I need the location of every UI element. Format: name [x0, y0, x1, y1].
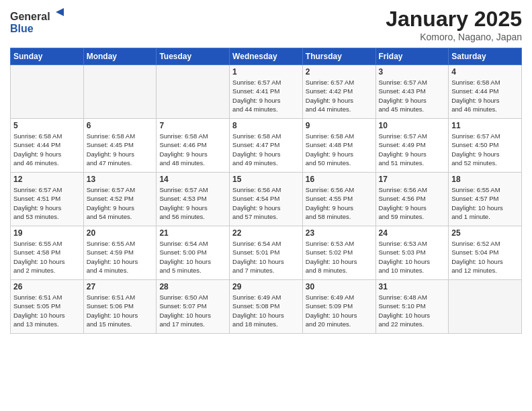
- title-block: January 2025 Komoro, Nagano, Japan: [386, 7, 522, 42]
- day-info: Sunrise: 6:57 AM Sunset: 4:49 PM Dayligh…: [379, 132, 446, 167]
- day-info: Sunrise: 6:58 AM Sunset: 4:47 PM Dayligh…: [232, 132, 300, 167]
- day-header-friday: Friday: [375, 48, 449, 65]
- calendar-cell: 27Sunrise: 6:51 AM Sunset: 5:06 PM Dayli…: [83, 280, 157, 334]
- day-info: Sunrise: 6:58 AM Sunset: 4:44 PM Dayligh…: [451, 78, 519, 113]
- logo-text: General Blue: [10, 7, 71, 40]
- day-info: Sunrise: 6:57 AM Sunset: 4:42 PM Dayligh…: [306, 78, 373, 113]
- day-header-saturday: Saturday: [449, 48, 522, 65]
- day-header-thursday: Thursday: [302, 48, 375, 65]
- day-info: Sunrise: 6:49 AM Sunset: 5:08 PM Dayligh…: [232, 293, 300, 328]
- calendar-cell: 28Sunrise: 6:50 AM Sunset: 5:07 PM Dayli…: [157, 280, 230, 334]
- day-number: 7: [159, 121, 226, 130]
- calendar-cell: 18Sunrise: 6:55 AM Sunset: 4:57 PM Dayli…: [449, 173, 522, 226]
- calendar-cell: [449, 280, 522, 334]
- day-number: 20: [87, 228, 154, 238]
- day-info: Sunrise: 6:58 AM Sunset: 4:45 PM Dayligh…: [87, 132, 154, 167]
- day-number: 9: [306, 121, 373, 130]
- day-info: Sunrise: 6:49 AM Sunset: 5:09 PM Dayligh…: [306, 293, 373, 328]
- calendar-cell: [11, 65, 84, 119]
- calendar-cell: 21Sunrise: 6:54 AM Sunset: 5:00 PM Dayli…: [157, 226, 230, 280]
- calendar-cell: 15Sunrise: 6:56 AM Sunset: 4:54 PM Dayli…: [230, 173, 303, 226]
- svg-text:General: General: [10, 11, 50, 22]
- calendar-cell: 14Sunrise: 6:57 AM Sunset: 4:53 PM Dayli…: [157, 173, 230, 226]
- day-number: 15: [232, 175, 300, 184]
- week-row-2: 12Sunrise: 6:57 AM Sunset: 4:51 PM Dayli…: [11, 173, 522, 226]
- calendar-cell: 31Sunrise: 6:48 AM Sunset: 5:10 PM Dayli…: [375, 280, 449, 334]
- day-number: 19: [13, 228, 81, 238]
- day-info: Sunrise: 6:48 AM Sunset: 5:10 PM Dayligh…: [379, 293, 446, 328]
- calendar-cell: 24Sunrise: 6:53 AM Sunset: 5:03 PM Dayli…: [375, 226, 449, 280]
- day-info: Sunrise: 6:52 AM Sunset: 5:04 PM Dayligh…: [451, 239, 519, 275]
- week-row-0: 1Sunrise: 6:57 AM Sunset: 4:41 PM Daylig…: [11, 65, 522, 119]
- logo: General Blue: [10, 7, 71, 40]
- day-header-wednesday: Wednesday: [230, 48, 303, 65]
- day-info: Sunrise: 6:57 AM Sunset: 4:52 PM Dayligh…: [87, 185, 154, 221]
- day-number: 1: [232, 67, 300, 77]
- day-info: Sunrise: 6:58 AM Sunset: 4:46 PM Dayligh…: [159, 132, 226, 167]
- day-number: 5: [13, 121, 81, 130]
- calendar-cell: 13Sunrise: 6:57 AM Sunset: 4:52 PM Dayli…: [83, 173, 157, 226]
- week-row-3: 19Sunrise: 6:55 AM Sunset: 4:58 PM Dayli…: [11, 226, 522, 280]
- day-info: Sunrise: 6:57 AM Sunset: 4:43 PM Dayligh…: [379, 78, 446, 113]
- day-info: Sunrise: 6:51 AM Sunset: 5:06 PM Dayligh…: [87, 293, 154, 328]
- day-info: Sunrise: 6:57 AM Sunset: 4:51 PM Dayligh…: [13, 185, 81, 221]
- month-title: January 2025: [386, 7, 522, 32]
- day-number: 2: [306, 67, 373, 77]
- day-number: 28: [159, 282, 226, 291]
- day-info: Sunrise: 6:58 AM Sunset: 4:44 PM Dayligh…: [13, 132, 81, 167]
- calendar-cell: 19Sunrise: 6:55 AM Sunset: 4:58 PM Dayli…: [11, 226, 84, 280]
- day-number: 25: [451, 228, 519, 238]
- day-info: Sunrise: 6:57 AM Sunset: 4:41 PM Dayligh…: [232, 78, 300, 113]
- day-info: Sunrise: 6:55 AM Sunset: 4:58 PM Dayligh…: [13, 239, 81, 275]
- calendar-cell: 4Sunrise: 6:58 AM Sunset: 4:44 PM Daylig…: [449, 65, 522, 119]
- day-info: Sunrise: 6:54 AM Sunset: 5:01 PM Dayligh…: [232, 239, 300, 275]
- calendar-cell: 12Sunrise: 6:57 AM Sunset: 4:51 PM Dayli…: [11, 173, 84, 226]
- day-info: Sunrise: 6:54 AM Sunset: 5:00 PM Dayligh…: [159, 239, 226, 275]
- calendar-cell: 11Sunrise: 6:57 AM Sunset: 4:50 PM Dayli…: [449, 119, 522, 173]
- day-info: Sunrise: 6:56 AM Sunset: 4:55 PM Dayligh…: [306, 185, 373, 221]
- day-info: Sunrise: 6:55 AM Sunset: 4:59 PM Dayligh…: [87, 239, 154, 275]
- day-number: 14: [159, 175, 226, 184]
- day-number: 22: [232, 228, 300, 238]
- calendar-table: SundayMondayTuesdayWednesdayThursdayFrid…: [10, 48, 522, 334]
- day-info: Sunrise: 6:55 AM Sunset: 4:57 PM Dayligh…: [451, 185, 519, 221]
- day-header-tuesday: Tuesday: [157, 48, 230, 65]
- location: Komoro, Nagano, Japan: [386, 32, 522, 42]
- calendar-cell: 8Sunrise: 6:58 AM Sunset: 4:47 PM Daylig…: [230, 119, 303, 173]
- day-info: Sunrise: 6:53 AM Sunset: 5:03 PM Dayligh…: [379, 239, 446, 275]
- page-container: General Blue January 2025 Komoro, Nagano…: [0, 0, 532, 340]
- calendar-cell: [157, 65, 230, 119]
- day-info: Sunrise: 6:56 AM Sunset: 4:56 PM Dayligh…: [379, 185, 446, 221]
- day-info: Sunrise: 6:57 AM Sunset: 4:50 PM Dayligh…: [451, 132, 519, 167]
- day-info: Sunrise: 6:51 AM Sunset: 5:05 PM Dayligh…: [13, 293, 81, 328]
- day-header-monday: Monday: [83, 48, 157, 65]
- calendar-cell: 25Sunrise: 6:52 AM Sunset: 5:04 PM Dayli…: [449, 226, 522, 280]
- day-number: 13: [87, 175, 154, 184]
- day-number: 17: [379, 175, 446, 184]
- calendar-cell: 30Sunrise: 6:49 AM Sunset: 5:09 PM Dayli…: [302, 280, 375, 334]
- day-info: Sunrise: 6:58 AM Sunset: 4:48 PM Dayligh…: [306, 132, 373, 167]
- day-number: 29: [232, 282, 300, 291]
- calendar-cell: 10Sunrise: 6:57 AM Sunset: 4:49 PM Dayli…: [375, 119, 449, 173]
- week-row-4: 26Sunrise: 6:51 AM Sunset: 5:05 PM Dayli…: [11, 280, 522, 334]
- day-number: 6: [87, 121, 154, 130]
- day-info: Sunrise: 6:50 AM Sunset: 5:07 PM Dayligh…: [159, 293, 226, 328]
- calendar-cell: 17Sunrise: 6:56 AM Sunset: 4:56 PM Dayli…: [375, 173, 449, 226]
- day-number: 4: [451, 67, 519, 77]
- day-number: 27: [87, 282, 154, 291]
- calendar-cell: 9Sunrise: 6:58 AM Sunset: 4:48 PM Daylig…: [302, 119, 375, 173]
- calendar-cell: [83, 65, 157, 119]
- calendar-cell: 5Sunrise: 6:58 AM Sunset: 4:44 PM Daylig…: [11, 119, 84, 173]
- week-row-1: 5Sunrise: 6:58 AM Sunset: 4:44 PM Daylig…: [11, 119, 522, 173]
- calendar-cell: 7Sunrise: 6:58 AM Sunset: 4:46 PM Daylig…: [157, 119, 230, 173]
- svg-text:Blue: Blue: [10, 23, 34, 34]
- day-number: 16: [306, 175, 373, 184]
- header: General Blue January 2025 Komoro, Nagano…: [10, 7, 522, 42]
- day-number: 8: [232, 121, 300, 130]
- day-info: Sunrise: 6:57 AM Sunset: 4:53 PM Dayligh…: [159, 185, 226, 221]
- calendar-cell: 29Sunrise: 6:49 AM Sunset: 5:08 PM Dayli…: [230, 280, 303, 334]
- day-number: 21: [159, 228, 226, 238]
- calendar-cell: 2Sunrise: 6:57 AM Sunset: 4:42 PM Daylig…: [302, 65, 375, 119]
- calendar-cell: 22Sunrise: 6:54 AM Sunset: 5:01 PM Dayli…: [230, 226, 303, 280]
- day-number: 12: [13, 175, 81, 184]
